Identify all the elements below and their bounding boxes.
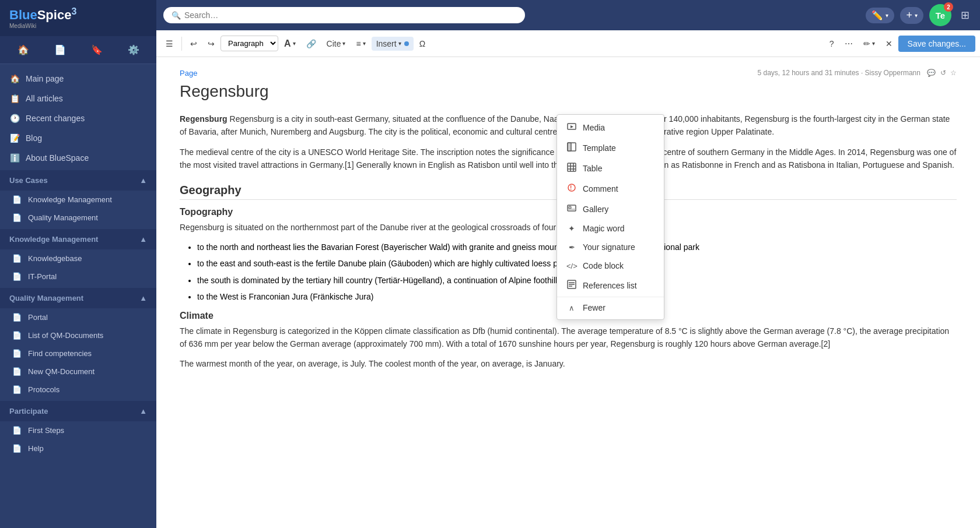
overflow-button[interactable]: ⋯ xyxy=(840,37,858,51)
sidebar-item-label: Recent changes xyxy=(26,114,85,123)
insert-gallery-label: Gallery xyxy=(583,205,608,214)
section-participate[interactable]: Participate ▲ xyxy=(0,401,156,421)
sidebar-item-protocols[interactable]: 📄 Protocols xyxy=(0,381,156,399)
link-icon: 🔗 xyxy=(306,39,316,48)
search-input[interactable] xyxy=(184,10,517,20)
insert-code-block[interactable]: </> Code block xyxy=(557,256,664,275)
use-cases-children: 📄 Knowledge Management 📄 Quality Managem… xyxy=(0,191,156,227)
sidebar-item-blog[interactable]: 📝 Blog xyxy=(0,128,156,148)
settings-icon-btn[interactable]: ⚙️ xyxy=(123,42,144,58)
dropdown-divider xyxy=(557,297,664,297)
chevron-icon: ▲ xyxy=(139,235,147,244)
meta-text: 5 days, 12 hours and 31 minutes · Sissy … xyxy=(757,69,921,77)
insert-references-list[interactable]: References list xyxy=(557,275,664,295)
add-icon: + xyxy=(906,9,912,22)
articles-icon-btn[interactable]: 📄 xyxy=(50,42,71,58)
main-area: 🔍 ✏️ ▾ + ▾ Te 2 ⊞ ☰ ↩ xyxy=(156,0,980,528)
undo-button[interactable]: ↩ xyxy=(186,37,202,51)
sidebar-item-it-portal[interactable]: 📄 IT-Portal xyxy=(0,267,156,286)
sidebar-item-find-competencies[interactable]: 📄 Find competencies xyxy=(0,344,156,362)
hamburger-button[interactable]: ☰ xyxy=(161,37,178,51)
insert-gallery[interactable]: Gallery xyxy=(557,199,664,219)
chevron-icon: ▲ xyxy=(139,407,147,416)
insert-comment[interactable]: ! Comment xyxy=(557,178,664,199)
undo-icon: ↩ xyxy=(190,39,197,48)
font-icon: A xyxy=(284,38,291,49)
insert-signature[interactable]: ✒ Your signature xyxy=(557,238,664,256)
sidebar-item-knowledgebase[interactable]: 📄 Knowledgebase xyxy=(0,249,156,267)
sidebar-item-first-steps[interactable]: 📄 First Steps xyxy=(0,421,156,439)
doc-icon: 📄 xyxy=(12,426,22,435)
section-quality-management[interactable]: Quality Management ▲ xyxy=(0,288,156,308)
info-icon: ℹ️ xyxy=(9,153,20,163)
magic-icon: ✦ xyxy=(566,224,577,233)
insert-magic-word[interactable]: ✦ Magic word xyxy=(557,219,664,238)
comment-icon[interactable]: 💬 xyxy=(927,69,936,77)
references-icon xyxy=(566,280,577,291)
doc-icon: 📄 xyxy=(12,254,22,263)
sidebar-item-label: Main page xyxy=(26,74,64,83)
doc-icon: 📄 xyxy=(12,444,22,453)
link-button[interactable]: 🔗 xyxy=(302,37,321,51)
chevron-icon: ▲ xyxy=(139,176,147,185)
brush-icon: ✏ xyxy=(863,39,870,48)
grid-icon-btn[interactable]: ⊞ xyxy=(957,5,973,25)
sidebar-item-about[interactable]: ℹ️ About BlueSpace xyxy=(0,148,156,168)
sidebar-item-main-page[interactable]: 🏠 Main page xyxy=(0,69,156,89)
breadcrumb[interactable]: Page xyxy=(180,69,197,78)
svg-marker-1 xyxy=(570,125,573,128)
sidebar-item-portal[interactable]: 📄 Portal xyxy=(0,308,156,326)
font-size-button[interactable]: A ▾ xyxy=(279,36,300,51)
close-button[interactable]: ✕ xyxy=(881,37,897,51)
overflow-icon: ⋯ xyxy=(845,39,853,48)
chevron-down-icon: ▾ xyxy=(293,40,296,47)
save-button[interactable]: Save changes... xyxy=(898,36,975,52)
sidebar-item-knowledge-management-nav[interactable]: 📄 Knowledge Management xyxy=(0,191,156,209)
insert-table-label: Table xyxy=(583,164,602,173)
sidebar-item-all-articles[interactable]: 📋 All articles xyxy=(0,89,156,108)
add-btn-group[interactable]: + ▾ xyxy=(900,7,923,24)
logo-sub: MediaWiki xyxy=(9,23,76,29)
comment-icon: ! xyxy=(566,183,577,194)
insert-active-dot xyxy=(404,41,409,46)
section-use-cases[interactable]: Use Cases ▲ xyxy=(0,170,156,191)
doc-icon: 📄 xyxy=(12,313,22,322)
insert-fewer[interactable]: ∧ Fewer xyxy=(557,298,664,317)
star-icon[interactable]: ☆ xyxy=(950,69,957,77)
sidebar-item-quality-management-nav[interactable]: 📄 Quality Management xyxy=(0,209,156,227)
doc-icon: 📄 xyxy=(12,349,22,358)
cite-button[interactable]: Cite ▾ xyxy=(322,37,351,51)
bookmark-icon-btn[interactable]: 🔖 xyxy=(86,42,107,58)
doc-icon: 📄 xyxy=(12,213,22,222)
sidebar-icon-bar: 🏠 📄 🔖 ⚙️ xyxy=(0,36,156,64)
brush-button[interactable]: ✏ ▾ xyxy=(859,37,880,51)
sidebar-item-list-qm[interactable]: 📄 List of QM-Documents xyxy=(0,326,156,344)
insert-media-label: Media xyxy=(583,123,605,132)
sidebar-item-recent-changes[interactable]: 🕐 Recent changes xyxy=(0,108,156,128)
sidebar-item-new-qm[interactable]: 📄 New QM-Document xyxy=(0,362,156,381)
sidebar-item-help[interactable]: 📄 Help xyxy=(0,439,156,457)
insert-code-block-label: Code block xyxy=(583,261,624,270)
home-icon-btn[interactable]: 🏠 xyxy=(13,42,34,58)
chevron-down-icon: ▾ xyxy=(342,40,345,47)
cite-label: Cite xyxy=(327,39,341,48)
edit-btn-group[interactable]: ✏️ ▾ xyxy=(866,8,894,23)
insert-media[interactable]: Media xyxy=(557,117,664,138)
omega-button[interactable]: Ω xyxy=(415,37,430,51)
avatar[interactable]: Te 2 xyxy=(929,4,951,26)
insert-table[interactable]: Table xyxy=(557,158,664,178)
insert-template[interactable]: Template xyxy=(557,138,664,158)
redo-button[interactable]: ↪ xyxy=(203,37,219,51)
search-bar[interactable]: 🔍 xyxy=(163,7,525,23)
paragraph-select[interactable]: Paragraph xyxy=(220,36,278,51)
table-icon xyxy=(566,163,577,174)
list-button[interactable]: ≡ ▾ xyxy=(351,37,370,51)
template-icon xyxy=(566,142,577,153)
help-button[interactable]: ? xyxy=(825,37,839,51)
history-icon[interactable]: ↺ xyxy=(940,69,946,77)
insert-button[interactable]: Insert ▾ xyxy=(372,37,414,51)
insert-label: Insert xyxy=(376,39,397,48)
section-knowledge-management[interactable]: Knowledge Management ▲ xyxy=(0,229,156,249)
list-icon: 📋 xyxy=(9,94,20,103)
sidebar: BlueSpice3 MediaWiki 🏠 📄 🔖 ⚙️ 🏠 Main pag… xyxy=(0,0,156,528)
